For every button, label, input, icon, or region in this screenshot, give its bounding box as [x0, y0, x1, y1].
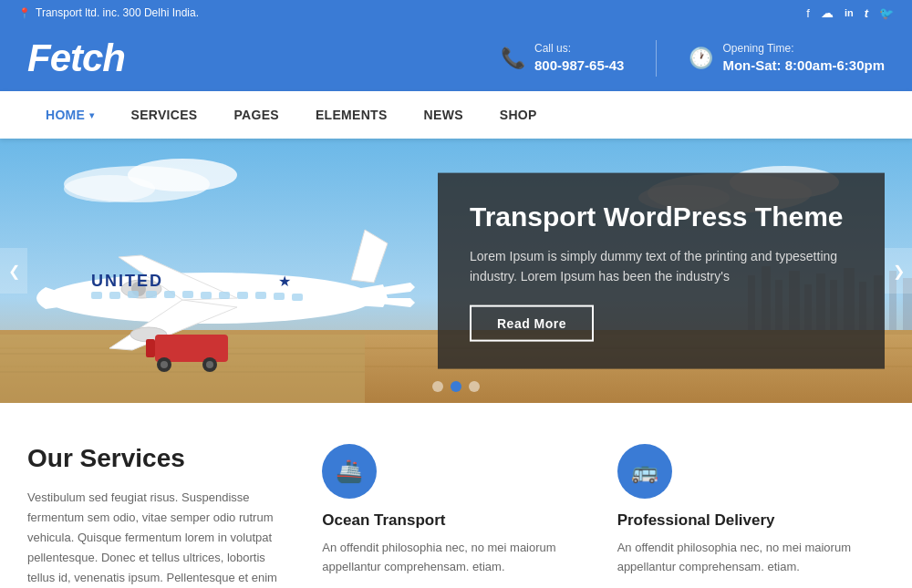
slider-dot-3[interactable] — [469, 381, 480, 392]
social-links: f ☁ in t 🐦 — [806, 5, 894, 20]
hero-description: Lorem Ipsum is simply dummy text of the … — [470, 246, 853, 287]
hours-value: Mon-Sat: 8:00am-6:30pm — [722, 57, 885, 75]
slider-dot-1[interactable] — [432, 381, 443, 392]
svg-point-37 — [206, 361, 213, 368]
hours-label: Opening Time: — [722, 42, 885, 57]
svg-rect-26 — [237, 292, 248, 299]
svg-rect-29 — [292, 294, 303, 301]
svg-rect-20 — [128, 291, 139, 298]
hero-title: Transport WordPress Theme — [470, 201, 853, 233]
address-text: Transport ltd. inc. 300 Delhi India. — [36, 6, 199, 19]
slider-dots — [432, 381, 480, 392]
nav-news[interactable]: NEWS — [406, 91, 482, 139]
svg-rect-23 — [182, 291, 193, 298]
nav-pages[interactable]: PAGES — [215, 91, 296, 139]
location-icon: 📍 — [18, 7, 31, 19]
main-nav: HOME ▾ SERVICES PAGES ELEMENTS NEWS SHOP — [0, 91, 912, 139]
services-heading: Our Services — [27, 444, 295, 473]
site-header: Fetch 📞 Call us: 800-987-65-43 🕐 Opening… — [0, 26, 912, 91]
svg-rect-25 — [219, 292, 230, 299]
ocean-transport-icon-circle: 🚢 — [322, 444, 377, 499]
services-section: Our Services Vestibulum sed feugiat risu… — [0, 403, 912, 588]
svg-rect-18 — [91, 292, 102, 299]
svg-rect-22 — [164, 291, 175, 298]
hero-content-overlay: Transport WordPress Theme Lorem Ipsum is… — [438, 173, 885, 369]
phone-text: Call us: 800-987-65-43 — [534, 42, 624, 74]
svg-rect-28 — [274, 293, 285, 300]
bus-icon: 🚌 — [631, 459, 658, 484]
ocean-transport-title: Ocean Transport — [322, 511, 589, 530]
hours-text: Opening Time: Mon-Sat: 8:00am-6:30pm — [722, 42, 885, 74]
svg-rect-21 — [146, 291, 157, 298]
phone-number[interactable]: 800-987-65-43 — [534, 57, 624, 75]
hero-slider: UNITED ★ Transport WordPress — [0, 139, 912, 403]
site-logo[interactable]: Fetch — [27, 36, 125, 80]
nav-services[interactable]: SERVICES — [113, 91, 216, 139]
header-divider — [656, 40, 657, 77]
top-bar: 📍 Transport ltd. inc. 300 Delhi India. f… — [0, 0, 912, 26]
slider-dot-2[interactable] — [451, 381, 461, 392]
svg-point-3 — [64, 175, 155, 202]
delivery-icon-circle: 🚌 — [617, 444, 672, 499]
nav-home[interactable]: HOME ▾ — [27, 91, 113, 139]
tumblr-icon[interactable]: t — [865, 6, 868, 20]
delivery-description: An offendit philosophia nec, no mei maio… — [617, 539, 885, 577]
skype-icon[interactable]: ☁ — [821, 5, 834, 20]
twitter-icon[interactable]: 🐦 — [879, 6, 894, 20]
slider-next-arrow[interactable]: ❯ — [885, 248, 912, 294]
nav-elements[interactable]: ELEMENTS — [297, 91, 406, 139]
ship-icon: 🚢 — [336, 459, 363, 484]
services-intro: Our Services Vestibulum sed feugiat risu… — [27, 444, 295, 588]
delivery-title: Professional Delivery — [617, 511, 885, 530]
chevron-down-icon: ▾ — [89, 110, 94, 120]
slider-prev-arrow[interactable]: ❮ — [0, 248, 27, 294]
svg-rect-19 — [109, 292, 120, 299]
svg-rect-13 — [0, 371, 365, 373]
service-card-ocean: 🚢 Ocean Transport An offendit philosophi… — [322, 444, 589, 588]
svg-text:UNITED: UNITED — [91, 272, 163, 290]
service-card-delivery: 🚌 Professional Delivery An offendit phil… — [617, 444, 885, 588]
header-contact-info: 📞 Call us: 800-987-65-43 🕐 Opening Time:… — [501, 40, 885, 77]
phone-info: 📞 Call us: 800-987-65-43 — [501, 42, 624, 74]
clock-icon: 🕐 — [689, 46, 713, 70]
phone-icon: 📞 — [501, 46, 525, 70]
svg-point-36 — [161, 361, 168, 368]
phone-label: Call us: — [534, 42, 624, 57]
svg-rect-33 — [146, 339, 155, 357]
svg-rect-24 — [201, 292, 212, 299]
ocean-transport-description: An offendit philosophia nec, no mei maio… — [322, 539, 589, 577]
svg-rect-27 — [255, 292, 266, 299]
services-intro-text: Vestibulum sed feugiat risus. Suspendiss… — [27, 488, 295, 588]
linkedin-icon[interactable]: in — [845, 7, 854, 18]
facebook-icon[interactable]: f — [806, 6, 810, 20]
read-more-button[interactable]: Read More — [470, 304, 594, 341]
hours-info: 🕐 Opening Time: Mon-Sat: 8:00am-6:30pm — [689, 42, 885, 74]
nav-shop[interactable]: SHOP — [482, 91, 555, 139]
svg-text:★: ★ — [278, 273, 291, 289]
address-bar: 📍 Transport ltd. inc. 300 Delhi India. — [18, 6, 199, 19]
